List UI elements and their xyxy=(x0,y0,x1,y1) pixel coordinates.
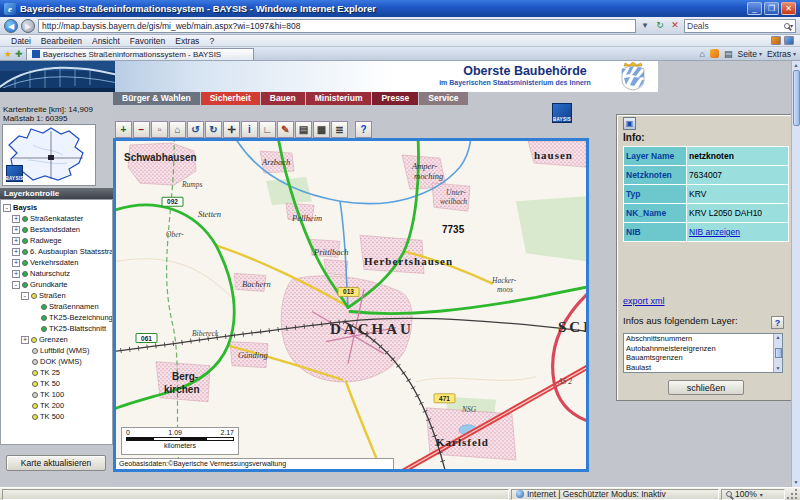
layer-dok-wms[interactable]: DOK (WMS) xyxy=(1,356,112,367)
scroll-thumb[interactable] xyxy=(775,348,782,358)
address-input[interactable] xyxy=(38,19,636,33)
tree-toggle-icon[interactable]: - xyxy=(3,204,11,212)
tools-menu-button[interactable]: Extras ▾ xyxy=(767,49,796,59)
scroll-up-icon[interactable]: ▲ xyxy=(794,61,799,70)
scroll-up-icon[interactable]: ▲ xyxy=(776,334,781,341)
zoom-window-icon[interactable]: ▫ xyxy=(151,121,168,138)
resize-grip[interactable] xyxy=(787,489,798,500)
map-viewport[interactable]: 092061013471 SchwabhausenArzbachAmper-mo… xyxy=(113,138,589,472)
full-extent-icon[interactable]: ⌂ xyxy=(169,121,186,138)
tree-toggle-icon[interactable]: + xyxy=(12,248,20,256)
layer-naturschutz[interactable]: +Naturschutz xyxy=(1,268,112,279)
panel-pin-icon[interactable]: ▣ xyxy=(623,117,636,130)
layer-tk-500[interactable]: TK 500 xyxy=(1,411,112,422)
export-xml-link[interactable]: export xml xyxy=(623,296,665,306)
nav-sicherheit[interactable]: Sicherheit xyxy=(201,92,260,105)
close-button[interactable]: ✕ xyxy=(781,2,796,15)
menu-extras[interactable]: Extras xyxy=(170,36,204,46)
nav-bauen[interactable]: Bauen xyxy=(261,92,305,105)
print-icon[interactable]: ▤ xyxy=(295,121,312,138)
menu-bearbeiten[interactable]: Bearbeiten xyxy=(36,36,87,46)
nav-presse[interactable]: Presse xyxy=(372,92,418,105)
tree-toggle-icon[interactable]: + xyxy=(12,215,20,223)
layer-option-baulast[interactable]: Baulast xyxy=(624,363,773,373)
listbox-scrollbar[interactable]: ▲ ▼ xyxy=(773,334,782,372)
search-icon[interactable] xyxy=(784,23,790,29)
stop-icon[interactable]: ✕ xyxy=(669,19,681,32)
minimize-button[interactable]: _ xyxy=(747,2,762,15)
scroll-down-icon[interactable]: ▼ xyxy=(794,478,799,487)
print-icon[interactable]: ▤ xyxy=(724,49,733,59)
next-extent-icon[interactable]: ↻ xyxy=(205,121,222,138)
layer-option-abschnittsnummern[interactable]: Abschnittsnummern xyxy=(624,334,773,344)
feeds-icon[interactable] xyxy=(710,49,719,58)
add-favorite-icon[interactable]: ✚ xyxy=(15,49,23,59)
measure-icon[interactable]: ∟ xyxy=(259,121,276,138)
extension-icon[interactable] xyxy=(771,36,781,45)
overview-map[interactable]: BAYSIS xyxy=(2,124,96,186)
layer-option-autobahnmeistereigrenzen[interactable]: Autobahnmeistereigrenzen xyxy=(624,344,773,354)
layer-baysis[interactable]: -Baysis xyxy=(1,202,112,213)
tree-toggle-icon[interactable]: + xyxy=(21,336,29,344)
search-input[interactable] xyxy=(687,21,784,31)
layer-option-bauamtsgrenzen[interactable]: Bauamtsgrenzen xyxy=(624,353,773,363)
layer-tk-100[interactable]: TK 100 xyxy=(1,389,112,400)
zoom-control[interactable]: 100% ▾ xyxy=(721,489,785,500)
tree-toggle-icon[interactable]: + xyxy=(12,270,20,278)
previous-extent-icon[interactable]: ↺ xyxy=(187,121,204,138)
close-panel-button[interactable]: schließen xyxy=(668,380,744,395)
menu-favoriten[interactable]: Favoriten xyxy=(125,36,170,46)
layer-tk-200[interactable]: TK 200 xyxy=(1,400,112,411)
address-dropdown-icon[interactable]: ▾ xyxy=(639,19,651,32)
favorites-icon[interactable]: ★ xyxy=(4,49,12,59)
layer-verkehrsdaten[interactable]: +Verkehrsdaten xyxy=(1,257,112,268)
help-icon[interactable]: ? xyxy=(355,121,372,138)
identify-icon[interactable]: i xyxy=(241,121,258,138)
legend-icon[interactable]: ≣ xyxy=(331,121,348,138)
help-icon[interactable]: ? xyxy=(771,316,784,329)
layer-grundkarte[interactable]: -Grundkarte xyxy=(1,279,112,290)
scroll-thumb[interactable] xyxy=(793,70,800,126)
back-button[interactable]: ◀ xyxy=(4,19,18,33)
nav-service[interactable]: Service xyxy=(419,92,467,105)
tab-baysis[interactable]: Bayerisches Straßeninformationssystem - … xyxy=(26,48,254,60)
tree-toggle-icon[interactable]: + xyxy=(12,226,20,234)
zoom-out-icon[interactable]: − xyxy=(133,121,150,138)
layer-stra-enkataster[interactable]: +Straßenkataster xyxy=(1,213,112,224)
layer-radwege[interactable]: +Radwege xyxy=(1,235,112,246)
layer-luftbild-wms[interactable]: Luftbild (WMS) xyxy=(1,345,112,356)
tree-toggle-icon[interactable]: - xyxy=(21,292,29,300)
home-icon[interactable]: ⌂ xyxy=(700,49,705,59)
menu-help[interactable]: ? xyxy=(204,36,219,46)
scroll-down-icon[interactable]: ▼ xyxy=(776,365,781,372)
page-menu-button[interactable]: Seite ▾ xyxy=(738,49,762,59)
menu-ansicht[interactable]: Ansicht xyxy=(87,36,125,46)
refresh-icon[interactable]: ↻ xyxy=(654,19,666,32)
maximize-button[interactable]: ❐ xyxy=(764,2,779,15)
tree-toggle-icon[interactable]: - xyxy=(12,281,20,289)
layer-tk-50[interactable]: TK 50 xyxy=(1,378,112,389)
layer-tk-25[interactable]: TK 25 xyxy=(1,367,112,378)
extension-icon[interactable] xyxy=(784,36,794,45)
layer-grenzen[interactable]: +Grenzen xyxy=(1,334,112,345)
forward-button[interactable]: ▶ xyxy=(21,19,35,33)
layer-stra-en[interactable]: -Straßen xyxy=(1,290,112,301)
browser-scrollbar[interactable]: ▲ ▼ xyxy=(791,61,800,487)
layer-bestandsdaten[interactable]: +Bestandsdaten xyxy=(1,224,112,235)
draw-icon[interactable]: ✎ xyxy=(277,121,294,138)
update-map-button[interactable]: Karte aktualisieren xyxy=(6,455,106,471)
menu-datei[interactable]: Datei xyxy=(6,36,36,46)
pan-icon[interactable]: ✛ xyxy=(223,121,240,138)
window-titlebar[interactable]: e Bayerisches Straßeninformationssystem … xyxy=(0,0,800,17)
tables-icon[interactable]: ▦ xyxy=(313,121,330,138)
tree-toggle-icon[interactable]: + xyxy=(12,259,20,267)
layer-tk25-blattschnitt[interactable]: TK25-Blattschnitt xyxy=(1,323,112,334)
info-value[interactable]: NIB anzeigen xyxy=(687,223,788,241)
nav-b-rger-wahlen[interactable]: Bürger & Wahlen xyxy=(113,92,200,105)
layer-tk25-bezeichnung[interactable]: TK25-Bezeichnung xyxy=(1,312,112,323)
zoom-in-icon[interactable]: + xyxy=(115,121,132,138)
layer-6-ausbauplan-staatsstra-en[interactable]: +6. Ausbauplan Staatsstraßen xyxy=(1,246,112,257)
layer-stra-ennamen[interactable]: Straßennamen xyxy=(1,301,112,312)
nav-ministerium[interactable]: Ministerium xyxy=(306,92,372,105)
tree-toggle-icon[interactable]: + xyxy=(12,237,20,245)
